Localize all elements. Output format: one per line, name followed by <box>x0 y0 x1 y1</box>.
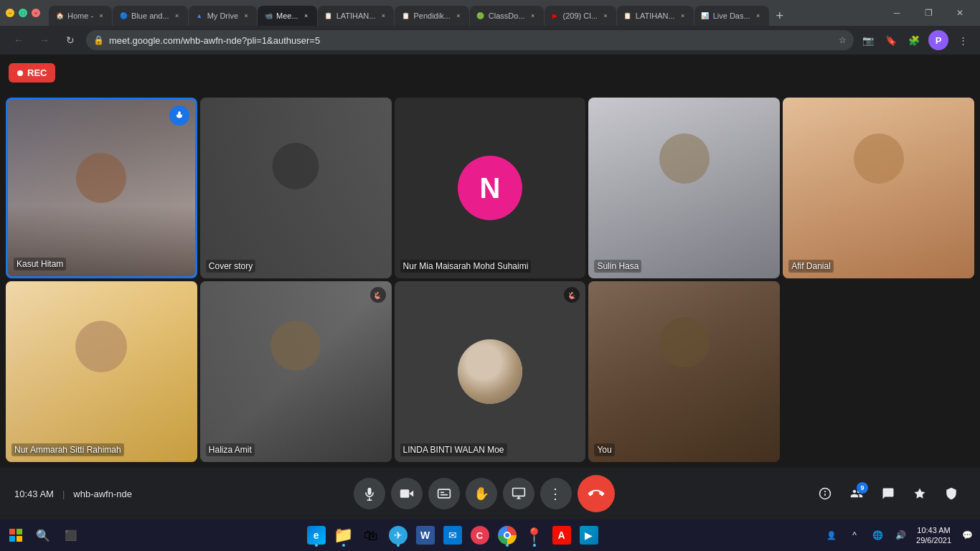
tab-latihan2-close[interactable]: × <box>678 11 688 21</box>
tab-home[interactable]: 🏠 Home - × <box>49 6 112 26</box>
video-grid: Kasut Hitam Cover story N Nur Mia Maisar… <box>0 55 980 468</box>
activities-button[interactable] <box>905 479 934 508</box>
start-button[interactable] <box>3 522 29 548</box>
refresh-button[interactable]: ↻ <box>60 30 80 50</box>
taskbar: 🔍 ⬛ e 📁 🛍 ✈ W ✉ C <box>0 519 980 551</box>
tab-pendidikan-close[interactable]: × <box>453 11 463 21</box>
profile-button[interactable]: P <box>928 30 948 50</box>
info-button[interactable] <box>811 479 839 508</box>
tab-youtube-label: (209) Cl... <box>563 11 598 20</box>
tab-meet-close[interactable]: × <box>301 11 311 21</box>
tab-latihan1-label: LATIHAN... <box>336 11 376 20</box>
video-tile-nur-ammarah[interactable]: Nur Ammarah Sitti Rahimah <box>6 281 197 462</box>
volume-icon[interactable]: 🔊 <box>890 525 910 545</box>
video-tile-kasut-hitam[interactable]: Kasut Hitam <box>6 98 197 278</box>
tab-blue[interactable]: 🔵 Blue and... × <box>113 6 188 26</box>
canva-icon: C <box>471 526 489 545</box>
tab-meet[interactable]: 📹 Mee... × <box>258 6 317 26</box>
tab-pendidikan[interactable]: 📋 Pendidik... × <box>395 6 468 26</box>
search-button[interactable]: 🔍 <box>30 522 56 548</box>
taskbar-edge[interactable]: e <box>303 522 329 548</box>
tile-label-7: Haliza Amit <box>206 443 255 456</box>
taskbar-telegram[interactable]: ✈ <box>385 522 411 548</box>
tab-latihan1[interactable]: 📋 LATIHAN... × <box>318 6 395 26</box>
present-button[interactable] <box>503 478 534 509</box>
chat-button[interactable] <box>874 479 903 508</box>
participants-button[interactable]: 9 <box>842 479 871 508</box>
more-options-icon[interactable]: ⋮ <box>954 32 971 49</box>
minimize-button[interactable]: − <box>6 9 14 17</box>
forward-button[interactable]: → <box>34 30 55 50</box>
meet-favicon: 📹 <box>263 11 273 21</box>
word-icon: W <box>416 526 435 545</box>
svg-rect-13 <box>9 536 15 542</box>
rec-button[interactable]: REC <box>9 63 55 83</box>
tab-drive-close[interactable]: × <box>241 11 251 21</box>
extensions-icon[interactable]: 🧩 <box>905 32 923 49</box>
end-call-button[interactable] <box>578 475 615 512</box>
meeting-divider: | <box>62 489 65 499</box>
mic-muted-7 <box>370 287 386 303</box>
video-tile-you[interactable]: You <box>588 281 780 462</box>
video-tile-linda[interactable]: LINDA BINTI WALAN Moe <box>395 281 586 462</box>
security-button[interactable] <box>937 479 966 508</box>
close-button[interactable]: × <box>32 9 40 17</box>
tab-home-label: Home - <box>67 11 93 20</box>
notification-button[interactable]: 💬 <box>957 525 977 545</box>
video-tile-nur-mia[interactable]: N Nur Mia Maisarah Mohd Suhaimi <box>395 98 586 278</box>
video-overlay-5 <box>783 98 974 278</box>
back-button[interactable]: ← <box>9 30 29 50</box>
svg-rect-11 <box>9 529 15 534</box>
star-icon[interactable]: ☆ <box>839 35 847 45</box>
tab-home-close[interactable]: × <box>96 11 106 21</box>
win-restore[interactable]: ❐ <box>914 2 943 24</box>
win-close[interactable]: ✕ <box>946 2 974 24</box>
taskbar-mail[interactable]: ✉ <box>440 522 466 548</box>
bookmark-icon[interactable]: 🔖 <box>882 32 900 49</box>
chevron-icon[interactable]: ^ <box>844 525 864 545</box>
win-minimize[interactable]: ─ <box>882 2 911 24</box>
clock-time: 10:43 AM <box>917 525 950 535</box>
svg-rect-2 <box>400 489 410 498</box>
captions-button[interactable] <box>428 478 460 509</box>
tab-latihan2[interactable]: 📋 LATIHAN... × <box>617 6 694 26</box>
tab-classdojo[interactable]: 🟢 ClassDo... × <box>470 6 544 26</box>
user-icon[interactable]: 👤 <box>821 525 842 545</box>
video-tile-haliza-amit[interactable]: Haliza Amit <box>200 281 392 462</box>
taskbar-explorer[interactable]: 📁 <box>331 522 357 548</box>
tab-youtube[interactable]: ▶ (209) Cl... × <box>545 6 616 26</box>
task-view-button[interactable]: ⬛ <box>57 522 83 548</box>
tab-latihan1-close[interactable]: × <box>378 11 388 21</box>
tab-youtube-close[interactable]: × <box>600 11 611 21</box>
screenshare-icon[interactable]: 📷 <box>859 32 877 49</box>
mic-button[interactable] <box>354 478 385 509</box>
taskbar-word[interactable]: W <box>413 522 438 548</box>
video-tile-afif-danial[interactable]: Afif Danial <box>783 98 974 278</box>
maps-icon: 📍 <box>525 527 543 544</box>
new-tab-button[interactable]: + <box>770 6 790 26</box>
tab-livedash[interactable]: 📊 Live Das... × <box>694 6 769 26</box>
video-tile-sulin-hasa[interactable]: Sulin Hasa <box>588 98 780 278</box>
system-clock[interactable]: 10:43 AM 29/6/2021 <box>913 525 954 546</box>
tab-livedash-label: Live Das... <box>713 11 750 20</box>
tab-blue-close[interactable]: × <box>172 11 182 21</box>
raise-hand-button[interactable]: ✋ <box>466 478 497 509</box>
tile-label-9: You <box>594 443 614 456</box>
taskbar-maps[interactable]: 📍 <box>522 522 547 548</box>
camera-button[interactable] <box>391 478 423 509</box>
video-tile-cover-story[interactable]: Cover story <box>200 98 392 278</box>
taskbar-acrobat[interactable]: A <box>549 522 575 548</box>
tile-label-2: Cover story <box>206 260 255 273</box>
taskbar-chrome[interactable] <box>494 522 520 548</box>
address-input[interactable] <box>86 30 854 50</box>
tab-drive[interactable]: ▲ My Drive × <box>189 6 257 26</box>
meeting-time: 10:43 AM <box>14 489 54 499</box>
taskbar-canva[interactable]: C <box>467 522 493 548</box>
taskbar-store[interactable]: 🛍 <box>358 522 384 548</box>
tab-classdojo-close[interactable]: × <box>528 11 538 21</box>
maximize-button[interactable]: □ <box>19 9 27 17</box>
more-options-button[interactable]: ⋮ <box>540 478 572 509</box>
taskbar-media[interactable]: ▶ <box>576 522 602 548</box>
tab-livedash-close[interactable]: × <box>753 11 763 21</box>
network-icon[interactable]: 🌐 <box>867 525 887 545</box>
